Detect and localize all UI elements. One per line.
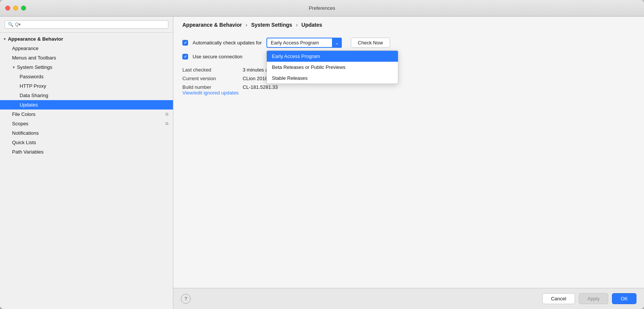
close-button[interactable] — [5, 6, 10, 11]
build-number-label: Build number — [182, 84, 243, 90]
window-title: Preferences — [309, 5, 335, 11]
sidebar-item-updates[interactable]: Updates — [0, 100, 173, 110]
apply-button[interactable]: Apply — [579, 293, 609, 304]
sidebar-item-label: Scopes — [12, 121, 28, 126]
sidebar-item-label: Updates — [20, 102, 38, 108]
updates-content: ✓ Automatically check updates for Early … — [173, 32, 644, 288]
sidebar-item-menus-toolbars[interactable]: Menus and Toolbars — [0, 53, 173, 62]
help-button[interactable]: ? — [181, 294, 191, 304]
sidebar-item-file-colors[interactable]: File Colors ⧉ — [0, 110, 173, 119]
ok-button[interactable]: OK — [612, 293, 636, 304]
sidebar-item-appearance[interactable]: Appearance — [0, 44, 173, 53]
breadcrumb-sep-2: › — [296, 22, 299, 28]
sidebar-item-label: Menus and Toolbars — [12, 55, 56, 61]
sidebar-item-path-variables[interactable]: Path Variables — [0, 147, 173, 157]
main-content-area: 🔍 ▼ Appearance & Behavior Appearance Men… — [0, 17, 644, 309]
maximize-button[interactable] — [21, 6, 26, 11]
select-wrapper[interactable]: Early Access Program ⌄ — [266, 38, 342, 48]
breadcrumb-current: Updates — [301, 22, 322, 28]
search-icon: 🔍 — [8, 22, 14, 27]
sidebar-item-http-proxy[interactable]: HTTP Proxy — [0, 81, 173, 91]
sidebar-item-label: File Colors — [12, 111, 35, 117]
sidebar-item-label: Appearance — [12, 46, 38, 51]
build-number-value: CL-181.5281.33 — [243, 84, 635, 90]
checkmark-icon: ✓ — [184, 55, 187, 59]
sidebar-item-label: Quick Lists — [12, 140, 36, 145]
sidebar-item-label: Path Variables — [12, 149, 44, 155]
sidebar-item-quick-lists[interactable]: Quick Lists — [0, 138, 173, 147]
triangle-icon: ▼ — [12, 65, 15, 69]
breadcrumb-sep-1: › — [246, 22, 249, 28]
dropdown-option-early-access[interactable]: Early Access Program — [267, 51, 398, 62]
secure-connection-label: Use secure connection — [193, 54, 242, 59]
select-container: Early Access Program ⌄ Early Access Prog… — [266, 38, 342, 48]
secure-connection-row: ✓ Use secure connection — [182, 54, 635, 59]
sidebar-item-label: Notifications — [12, 130, 39, 136]
last-checked-label: Last checked — [182, 67, 243, 73]
search-bar: 🔍 — [0, 17, 173, 33]
ignored-updates-link[interactable]: View/edit ignored updates — [182, 90, 239, 96]
preferences-window: Preferences 🔍 ▼ Appearance & Behavior Ap… — [0, 0, 644, 309]
cancel-button[interactable]: Cancel — [542, 293, 575, 304]
breadcrumb: Appearance & Behavior › System Settings … — [173, 17, 644, 32]
sidebar-tree: ▼ Appearance & Behavior Appearance Menus… — [0, 33, 173, 158]
sidebar-item-passwords[interactable]: Passwords — [0, 72, 173, 81]
search-input[interactable] — [15, 22, 165, 27]
auto-check-checkbox[interactable]: ✓ — [182, 40, 188, 46]
auto-check-label: Automatically check updates for — [193, 40, 262, 46]
sidebar: 🔍 ▼ Appearance & Behavior Appearance Men… — [0, 17, 173, 309]
breadcrumb-appearance-behavior: Appearance & Behavior — [182, 22, 242, 28]
dropdown-option-stable[interactable]: Stable Releases — [267, 73, 398, 84]
breadcrumb-system-settings: System Settings — [251, 22, 292, 28]
dropdown-option-beta[interactable]: Beta Releases or Public Previews — [267, 62, 398, 73]
checkmark-icon: ✓ — [184, 41, 187, 45]
update-channel-select[interactable]: Early Access Program — [266, 38, 342, 48]
sidebar-item-notifications[interactable]: Notifications — [0, 128, 173, 138]
copy-icon: ⧉ — [165, 121, 168, 126]
copy-icon: ⧉ — [165, 112, 168, 117]
titlebar: Preferences — [0, 0, 644, 17]
sidebar-item-label: Appearance & Behavior — [8, 36, 63, 42]
select-value: Early Access Program — [271, 40, 319, 46]
sidebar-item-appearance-behavior[interactable]: ▼ Appearance & Behavior — [0, 34, 173, 44]
traffic-lights — [5, 6, 26, 11]
secure-connection-checkbox[interactable]: ✓ — [182, 54, 188, 59]
bottom-buttons: Cancel Apply OK — [542, 293, 636, 304]
sidebar-item-scopes[interactable]: Scopes ⧉ — [0, 119, 173, 128]
sidebar-item-system-settings[interactable]: ▼ System Settings — [0, 62, 173, 72]
check-now-button[interactable]: Check Now — [351, 38, 390, 48]
dropdown-popup: Early Access Program Beta Releases or Pu… — [266, 50, 398, 84]
question-mark-icon: ? — [184, 296, 187, 301]
info-grid: Last checked 3 minutes ago Current versi… — [182, 67, 635, 90]
sidebar-item-label: System Settings — [17, 64, 52, 70]
triangle-icon: ▼ — [3, 37, 6, 41]
current-version-label: Current version — [182, 76, 243, 81]
search-input-wrap[interactable]: 🔍 — [5, 20, 168, 29]
sidebar-item-label: HTTP Proxy — [20, 83, 46, 89]
sidebar-item-label: Data Sharing — [20, 93, 48, 98]
minimize-button[interactable] — [13, 6, 18, 11]
auto-check-row: ✓ Automatically check updates for Early … — [182, 38, 635, 48]
sidebar-item-label: Passwords — [20, 74, 44, 79]
main-panel: Appearance & Behavior › System Settings … — [173, 17, 644, 309]
bottom-bar: ? Cancel Apply OK — [173, 288, 644, 309]
sidebar-item-data-sharing[interactable]: Data Sharing — [0, 91, 173, 100]
